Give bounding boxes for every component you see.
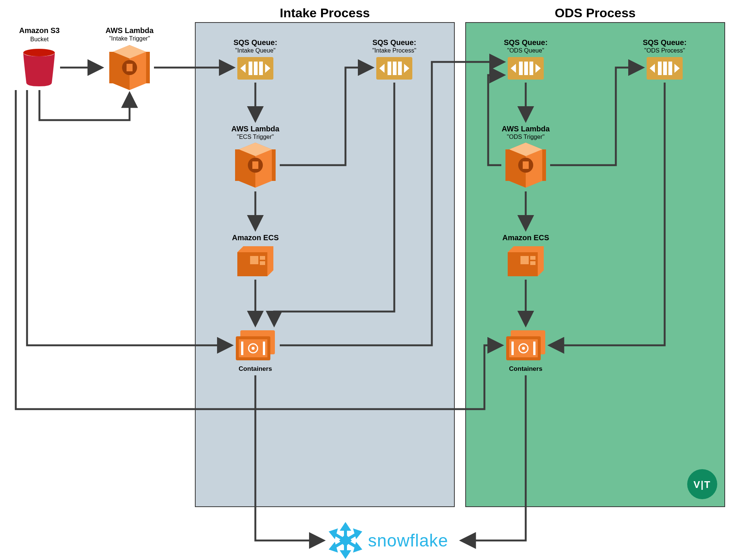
- lambda2-icon: [505, 143, 546, 188]
- containers-ods-node: Containers: [506, 330, 545, 372]
- sqs-op-subtitle: "ODS Process": [644, 47, 685, 54]
- sqs-oq-subtitle: "ODS Queue": [507, 47, 544, 54]
- sqs-oq-title: SQS Queue:: [504, 38, 548, 47]
- lambda-intake-trigger-node: AWS Lambda "Intake Trigger": [106, 26, 154, 90]
- arrow-s3-lambda0-return: [39, 90, 130, 120]
- sqs-op-title: SQS Queue:: [643, 38, 687, 47]
- lambda1-title: AWS Lambda: [231, 125, 280, 133]
- lambda0-icon: [109, 45, 150, 90]
- sqs-iq-icon: [237, 57, 273, 80]
- sqs-iq-subtitle: "Intake Queue": [235, 47, 275, 54]
- architecture-diagram: Intake Process ODS Process Amazon S3 Buc…: [0, 0, 733, 560]
- lambda0-title: AWS Lambda: [106, 26, 154, 35]
- ecs2-icon: [508, 246, 544, 276]
- vt-badge-text: V|T: [694, 479, 711, 490]
- sqs-ods-process-node: SQS Queue: "ODS Process": [643, 38, 687, 80]
- lambda0-subtitle: "Intake Trigger": [109, 35, 150, 42]
- snowflake-node: snowflake: [331, 525, 448, 556]
- sqs-intake-process-node: SQS Queue: "Intake Process": [372, 38, 416, 80]
- snowflake-icon: [331, 525, 360, 556]
- sqs-ip-icon: [376, 57, 412, 80]
- ods-title: ODS Process: [555, 6, 635, 20]
- sqs-oq-icon: [508, 57, 544, 80]
- sqs-ods-queue-node: SQS Queue: "ODS Queue": [504, 38, 548, 80]
- sqs-intake-queue-node: SQS Queue: "Intake Queue": [234, 38, 278, 80]
- containers2-label: Containers: [509, 365, 543, 372]
- containers-intake-node: Containers: [236, 330, 275, 372]
- amazon-ecs-intake-node: Amazon ECS: [232, 233, 279, 276]
- intake-title: Intake Process: [280, 6, 370, 20]
- amazon-ecs-ods-node: Amazon ECS: [502, 233, 549, 276]
- vt-badge: V|T: [687, 469, 717, 499]
- sqs-op-icon: [647, 57, 683, 80]
- snowflake-label: snowflake: [368, 531, 448, 550]
- lambda2-subtitle: "ODS Trigger": [507, 134, 544, 140]
- ecs1-icon: [237, 246, 273, 276]
- intake-process-panel: [195, 23, 454, 507]
- lambda-ecs-trigger-node: AWS Lambda "ECS Trigger": [231, 125, 280, 188]
- containers1-label: Containers: [239, 365, 272, 372]
- ecs1-title: Amazon ECS: [232, 233, 279, 242]
- lambda1-icon: [235, 143, 276, 188]
- lambda2-title: AWS Lambda: [502, 125, 550, 133]
- s3-subtitle: Bucket: [30, 36, 49, 42]
- ecs2-title: Amazon ECS: [502, 233, 549, 242]
- containers1-icon: [236, 330, 275, 360]
- sqs-iq-title: SQS Queue:: [234, 38, 278, 47]
- containers2-icon: [506, 330, 545, 360]
- lambda1-subtitle: "ECS Trigger": [237, 134, 274, 140]
- sqs-ip-title: SQS Queue:: [373, 38, 416, 47]
- amazon-s3-node: Amazon S3 Bucket: [19, 26, 60, 86]
- s3-icon: [23, 49, 55, 86]
- lambda-ods-trigger-node: AWS Lambda "ODS Trigger": [502, 125, 550, 188]
- ods-process-panel: [466, 23, 725, 507]
- sqs-ip-subtitle: "Intake Process": [372, 47, 416, 54]
- s3-title: Amazon S3: [19, 26, 60, 35]
